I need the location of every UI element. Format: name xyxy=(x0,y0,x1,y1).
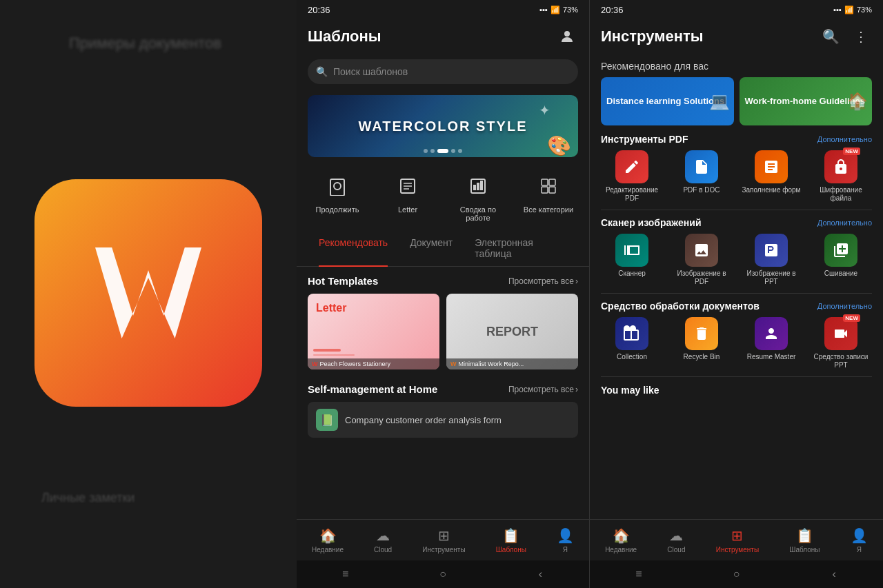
tab-spreadsheet[interactable]: Электронная таблица xyxy=(464,230,578,266)
scanner-tools-grid: Сканнер Изображение в PDF Изображение в … xyxy=(601,234,872,286)
divider-2 xyxy=(601,293,872,294)
nav-recent-right[interactable]: 🏠 Недавние xyxy=(605,527,637,554)
recommended-section: Рекомендовано для вас Distance learning … xyxy=(590,54,883,130)
bottom-nav-left: 🏠 Недавние ☁ Cloud ⊞ Инструменты 📋 Шабло… xyxy=(297,519,589,560)
banner-person-icon: 🎨 xyxy=(547,134,571,157)
tool-collection[interactable]: Collection xyxy=(601,317,663,369)
pdf-tools-more[interactable]: Дополнительно xyxy=(817,135,872,143)
tool-stitch[interactable]: Сшивание xyxy=(810,234,872,286)
template-card-gray[interactable]: REPORT W Minimalist Work Repo... xyxy=(446,294,578,369)
scanner-tools-section: Сканер изображений Дополнительно Сканнер xyxy=(590,213,883,290)
recommended-cards: Distance learning Solutions 💻 Work-from-… xyxy=(601,77,872,125)
status-icons-right: ▪▪▪ 📶 73% xyxy=(833,6,872,14)
nav-templates-label-left: Шаблоны xyxy=(496,546,526,554)
status-icons-left: ▪▪▪ 📶 73% xyxy=(539,6,578,14)
tool-resume-master[interactable]: Resume Master xyxy=(740,317,802,369)
nav-me-left[interactable]: 👤 Я xyxy=(557,527,574,554)
sys-back-btn-left[interactable]: ‹ xyxy=(532,566,548,582)
doc-processing-title: Средство обработки документов xyxy=(601,301,760,312)
nav-recent-left[interactable]: 🏠 Недавние xyxy=(312,527,344,554)
svg-rect-10 xyxy=(477,183,479,190)
tab-recommend[interactable]: Рекомендовать xyxy=(308,230,399,266)
nav-templates-label-right: Шаблоны xyxy=(789,546,820,554)
blur-text-top: Примеры документов xyxy=(69,34,221,52)
svg-point-3 xyxy=(334,183,341,190)
nav-templates-right[interactable]: 📋 Шаблоны xyxy=(789,527,820,554)
quick-action-letter[interactable]: Letter xyxy=(380,171,435,222)
search-placeholder: Поиск шаблонов xyxy=(333,66,408,77)
menu-button-right[interactable]: ⋮ xyxy=(850,26,872,48)
hot-templates-section: Hot Templates Просмотреть все › Letter xyxy=(297,267,589,378)
search-button-right[interactable]: 🔍 xyxy=(820,26,842,48)
sys-home-btn-left[interactable]: ○ xyxy=(435,566,451,582)
pink-card-title: Letter xyxy=(316,302,346,314)
resume-master-icon xyxy=(755,317,788,350)
nav-me-label-right: Я xyxy=(857,546,862,554)
img-ppt-icon xyxy=(755,234,788,267)
nav-tools-right[interactable]: ⊞ Инструменты xyxy=(716,527,759,554)
quick-action-continue[interactable]: Продолжить xyxy=(310,171,365,222)
quick-action-letter-label: Letter xyxy=(398,205,417,214)
tool-encrypt[interactable]: NEW Шифрование файла xyxy=(810,150,872,203)
svg-rect-14 xyxy=(542,187,548,193)
hot-templates-more[interactable]: Просмотреть все › xyxy=(508,276,578,286)
rec-card-distance-learning[interactable]: Distance learning Solutions 💻 xyxy=(601,77,734,125)
doc-processing-more[interactable]: Дополнительно xyxy=(817,302,872,310)
system-nav-right: ≡ ○ ‹ xyxy=(590,560,883,588)
self-mgmt-icon: 📗 xyxy=(316,409,338,431)
self-mgmt-item[interactable]: 📗 Company customer order analysis form xyxy=(308,402,578,438)
tool-img-ppt[interactable]: Изображение в PPT xyxy=(740,234,802,286)
sys-menu-btn-left[interactable]: ≡ xyxy=(337,566,354,582)
you-may-like-section: You may like xyxy=(590,380,883,399)
signal-icon-left: ▪▪▪ xyxy=(539,6,548,14)
time-left: 20:36 xyxy=(308,5,330,15)
nav-templates-left[interactable]: 📋 Шаблоны xyxy=(496,527,526,554)
nav-recent-label-right: Недавние xyxy=(605,546,637,554)
pdf-doc-label: PDF в DOC xyxy=(683,186,720,194)
signal-icon-right: ▪▪▪ xyxy=(833,6,842,14)
nav-me-right[interactable]: 👤 Я xyxy=(851,527,868,554)
tool-scanner[interactable]: Сканнер xyxy=(601,234,663,286)
svg-point-1 xyxy=(564,31,570,37)
banner[interactable]: ✦ WATERCOLOR STYLE 🎨 xyxy=(308,95,578,157)
sys-menu-btn-right[interactable]: ≡ xyxy=(631,566,647,582)
self-management-section: Self-management at Home Просмотреть все … xyxy=(297,378,589,443)
divider-1 xyxy=(601,210,872,210)
tool-pdf-doc[interactable]: PDF в DOC xyxy=(671,150,733,203)
bottom-nav-right: 🏠 Недавние ☁ Cloud ⊞ Инструменты 📋 Шабло… xyxy=(590,519,883,560)
sys-home-btn-right[interactable]: ○ xyxy=(728,566,744,582)
scanner-tools-more[interactable]: Дополнительно xyxy=(817,219,872,227)
self-mgmt-more[interactable]: Просмотреть все › xyxy=(508,385,578,394)
nav-cloud-left[interactable]: ☁ Cloud xyxy=(374,527,392,554)
quick-action-summary-label: Сводка по работе xyxy=(450,205,506,222)
nav-cloud-icon-right: ☁ xyxy=(669,527,683,544)
pdf-tools-section: Инструменты PDF Дополнительно Редактиров… xyxy=(590,130,883,207)
nav-cloud-right[interactable]: ☁ Cloud xyxy=(667,527,685,554)
rec-card-wfh[interactable]: Work-from-home Guidelines 🏠 xyxy=(740,77,873,125)
pdf-edit-label: Редактирование PDF xyxy=(601,186,663,203)
ppt-recorder-label: Средство записи PPT xyxy=(810,353,872,369)
wps-logo-svg xyxy=(72,217,224,369)
nav-tools-left[interactable]: ⊞ Инструменты xyxy=(422,527,465,554)
tool-ppt-recorder[interactable]: NEW Средство записи PPT xyxy=(810,317,872,369)
user-icon-left[interactable] xyxy=(556,26,578,48)
search-icon-left: 🔍 xyxy=(316,66,328,77)
quick-action-categories-label: Все категории xyxy=(524,205,573,214)
svg-rect-9 xyxy=(473,185,476,190)
tool-pdf-edit[interactable]: Редактирование PDF xyxy=(601,150,663,203)
nav-me-icon-right: 👤 xyxy=(851,527,868,544)
doc-processing-section: Средство обработки документов Дополнител… xyxy=(590,296,883,374)
search-bar[interactable]: 🔍 Поиск шаблонов xyxy=(308,59,578,84)
quick-action-categories[interactable]: Все категории xyxy=(521,171,576,222)
content-tabs: Рекомендовать Документ Электронная табли… xyxy=(297,230,589,267)
tool-recycle-bin[interactable]: Recycle Bin xyxy=(671,317,733,369)
tab-document[interactable]: Документ xyxy=(399,230,464,266)
tool-fill-forms[interactable]: Заполнение форм xyxy=(740,150,802,203)
tool-img-pdf[interactable]: Изображение в PDF xyxy=(671,234,733,286)
encrypt-icon: NEW xyxy=(824,150,857,183)
nav-tools-label-left: Инструменты xyxy=(422,546,465,554)
divider-3 xyxy=(601,376,872,377)
quick-action-summary[interactable]: Сводка по работе xyxy=(450,171,506,222)
template-card-pink[interactable]: Letter W Peach Flowers Stationery xyxy=(308,294,439,369)
sys-back-btn-right[interactable]: ‹ xyxy=(826,566,842,582)
